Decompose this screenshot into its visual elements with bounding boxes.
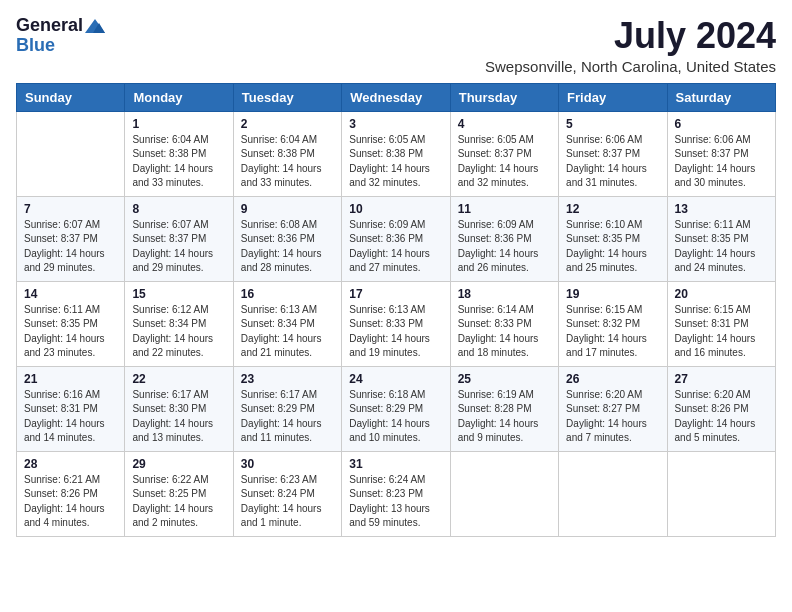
calendar-cell: 26Sunrise: 6:20 AMSunset: 8:27 PMDayligh… [559, 366, 667, 451]
calendar-table: SundayMondayTuesdayWednesdayThursdayFrid… [16, 83, 776, 537]
day-detail: Sunrise: 6:18 AMSunset: 8:29 PMDaylight:… [349, 388, 442, 446]
calendar-week-row: 21Sunrise: 6:16 AMSunset: 8:31 PMDayligh… [17, 366, 776, 451]
calendar-cell: 11Sunrise: 6:09 AMSunset: 8:36 PMDayligh… [450, 196, 558, 281]
day-number: 22 [132, 372, 225, 386]
calendar-cell: 10Sunrise: 6:09 AMSunset: 8:36 PMDayligh… [342, 196, 450, 281]
day-detail: Sunrise: 6:17 AMSunset: 8:30 PMDaylight:… [132, 388, 225, 446]
day-detail: Sunrise: 6:22 AMSunset: 8:25 PMDaylight:… [132, 473, 225, 531]
day-detail: Sunrise: 6:15 AMSunset: 8:31 PMDaylight:… [675, 303, 768, 361]
day-number: 12 [566, 202, 659, 216]
day-detail: Sunrise: 6:12 AMSunset: 8:34 PMDaylight:… [132, 303, 225, 361]
calendar-cell: 17Sunrise: 6:13 AMSunset: 8:33 PMDayligh… [342, 281, 450, 366]
calendar-cell: 21Sunrise: 6:16 AMSunset: 8:31 PMDayligh… [17, 366, 125, 451]
day-number: 8 [132, 202, 225, 216]
calendar-cell: 4Sunrise: 6:05 AMSunset: 8:37 PMDaylight… [450, 111, 558, 196]
day-number: 11 [458, 202, 551, 216]
day-number: 31 [349, 457, 442, 471]
day-detail: Sunrise: 6:10 AMSunset: 8:35 PMDaylight:… [566, 218, 659, 276]
calendar-cell: 25Sunrise: 6:19 AMSunset: 8:28 PMDayligh… [450, 366, 558, 451]
header-friday: Friday [559, 83, 667, 111]
day-number: 17 [349, 287, 442, 301]
day-number: 9 [241, 202, 334, 216]
calendar-cell: 29Sunrise: 6:22 AMSunset: 8:25 PMDayligh… [125, 451, 233, 536]
day-detail: Sunrise: 6:08 AMSunset: 8:36 PMDaylight:… [241, 218, 334, 276]
day-detail: Sunrise: 6:15 AMSunset: 8:32 PMDaylight:… [566, 303, 659, 361]
day-number: 4 [458, 117, 551, 131]
calendar-cell [450, 451, 558, 536]
day-detail: Sunrise: 6:06 AMSunset: 8:37 PMDaylight:… [675, 133, 768, 191]
day-number: 26 [566, 372, 659, 386]
calendar-week-row: 1Sunrise: 6:04 AMSunset: 8:38 PMDaylight… [17, 111, 776, 196]
logo-general-text: General [16, 16, 83, 36]
calendar-cell: 24Sunrise: 6:18 AMSunset: 8:29 PMDayligh… [342, 366, 450, 451]
day-number: 10 [349, 202, 442, 216]
calendar-cell: 28Sunrise: 6:21 AMSunset: 8:26 PMDayligh… [17, 451, 125, 536]
header-wednesday: Wednesday [342, 83, 450, 111]
calendar-cell: 15Sunrise: 6:12 AMSunset: 8:34 PMDayligh… [125, 281, 233, 366]
header-sunday: Sunday [17, 83, 125, 111]
calendar-cell: 7Sunrise: 6:07 AMSunset: 8:37 PMDaylight… [17, 196, 125, 281]
day-detail: Sunrise: 6:21 AMSunset: 8:26 PMDaylight:… [24, 473, 117, 531]
calendar-cell: 30Sunrise: 6:23 AMSunset: 8:24 PMDayligh… [233, 451, 341, 536]
calendar-cell: 2Sunrise: 6:04 AMSunset: 8:38 PMDaylight… [233, 111, 341, 196]
calendar-week-row: 7Sunrise: 6:07 AMSunset: 8:37 PMDaylight… [17, 196, 776, 281]
day-number: 21 [24, 372, 117, 386]
calendar-week-row: 14Sunrise: 6:11 AMSunset: 8:35 PMDayligh… [17, 281, 776, 366]
header-thursday: Thursday [450, 83, 558, 111]
calendar-cell: 18Sunrise: 6:14 AMSunset: 8:33 PMDayligh… [450, 281, 558, 366]
calendar-cell: 19Sunrise: 6:15 AMSunset: 8:32 PMDayligh… [559, 281, 667, 366]
day-number: 28 [24, 457, 117, 471]
day-detail: Sunrise: 6:04 AMSunset: 8:38 PMDaylight:… [241, 133, 334, 191]
calendar-cell: 3Sunrise: 6:05 AMSunset: 8:38 PMDaylight… [342, 111, 450, 196]
day-detail: Sunrise: 6:13 AMSunset: 8:34 PMDaylight:… [241, 303, 334, 361]
day-detail: Sunrise: 6:23 AMSunset: 8:24 PMDaylight:… [241, 473, 334, 531]
logo-icon [85, 19, 105, 33]
day-number: 7 [24, 202, 117, 216]
day-detail: Sunrise: 6:05 AMSunset: 8:38 PMDaylight:… [349, 133, 442, 191]
calendar-cell: 1Sunrise: 6:04 AMSunset: 8:38 PMDaylight… [125, 111, 233, 196]
day-detail: Sunrise: 6:14 AMSunset: 8:33 PMDaylight:… [458, 303, 551, 361]
logo-blue-text: Blue [16, 36, 55, 56]
day-number: 3 [349, 117, 442, 131]
day-detail: Sunrise: 6:19 AMSunset: 8:28 PMDaylight:… [458, 388, 551, 446]
day-number: 19 [566, 287, 659, 301]
day-number: 15 [132, 287, 225, 301]
day-detail: Sunrise: 6:20 AMSunset: 8:26 PMDaylight:… [675, 388, 768, 446]
day-number: 6 [675, 117, 768, 131]
day-detail: Sunrise: 6:09 AMSunset: 8:36 PMDaylight:… [458, 218, 551, 276]
day-detail: Sunrise: 6:07 AMSunset: 8:37 PMDaylight:… [24, 218, 117, 276]
day-detail: Sunrise: 6:07 AMSunset: 8:37 PMDaylight:… [132, 218, 225, 276]
calendar-cell: 27Sunrise: 6:20 AMSunset: 8:26 PMDayligh… [667, 366, 775, 451]
day-detail: Sunrise: 6:16 AMSunset: 8:31 PMDaylight:… [24, 388, 117, 446]
day-number: 24 [349, 372, 442, 386]
calendar-cell: 12Sunrise: 6:10 AMSunset: 8:35 PMDayligh… [559, 196, 667, 281]
day-detail: Sunrise: 6:17 AMSunset: 8:29 PMDaylight:… [241, 388, 334, 446]
day-number: 5 [566, 117, 659, 131]
calendar-cell: 20Sunrise: 6:15 AMSunset: 8:31 PMDayligh… [667, 281, 775, 366]
calendar-cell: 31Sunrise: 6:24 AMSunset: 8:23 PMDayligh… [342, 451, 450, 536]
page-header: General Blue July 2024 Swepsonville, Nor… [16, 16, 776, 75]
calendar-cell: 13Sunrise: 6:11 AMSunset: 8:35 PMDayligh… [667, 196, 775, 281]
main-title: July 2024 [485, 16, 776, 56]
calendar-cell: 8Sunrise: 6:07 AMSunset: 8:37 PMDaylight… [125, 196, 233, 281]
day-number: 18 [458, 287, 551, 301]
day-number: 13 [675, 202, 768, 216]
day-detail: Sunrise: 6:13 AMSunset: 8:33 PMDaylight:… [349, 303, 442, 361]
logo: General Blue [16, 16, 105, 56]
calendar-cell [559, 451, 667, 536]
day-number: 2 [241, 117, 334, 131]
day-number: 25 [458, 372, 551, 386]
title-block: July 2024 Swepsonville, North Carolina, … [485, 16, 776, 75]
header-saturday: Saturday [667, 83, 775, 111]
day-detail: Sunrise: 6:09 AMSunset: 8:36 PMDaylight:… [349, 218, 442, 276]
calendar-cell: 23Sunrise: 6:17 AMSunset: 8:29 PMDayligh… [233, 366, 341, 451]
day-number: 30 [241, 457, 334, 471]
header-tuesday: Tuesday [233, 83, 341, 111]
day-number: 20 [675, 287, 768, 301]
calendar-cell: 16Sunrise: 6:13 AMSunset: 8:34 PMDayligh… [233, 281, 341, 366]
calendar-header-row: SundayMondayTuesdayWednesdayThursdayFrid… [17, 83, 776, 111]
calendar-cell: 14Sunrise: 6:11 AMSunset: 8:35 PMDayligh… [17, 281, 125, 366]
calendar-cell [667, 451, 775, 536]
day-number: 16 [241, 287, 334, 301]
day-number: 23 [241, 372, 334, 386]
